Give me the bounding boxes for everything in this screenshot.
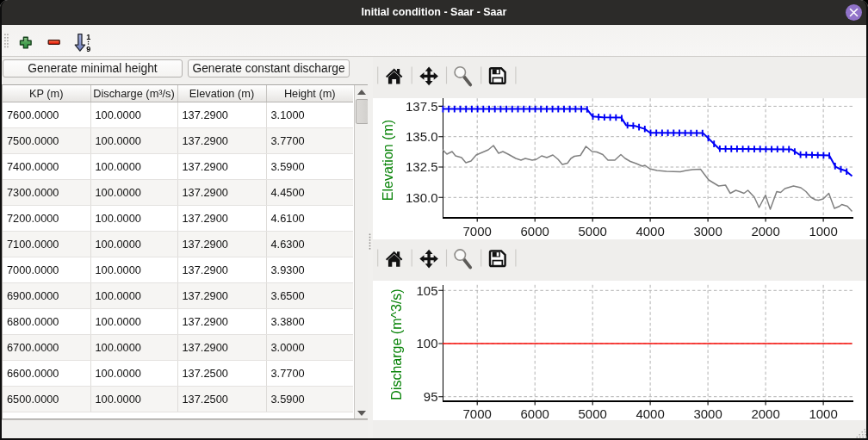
svg-text:5000: 5000 — [579, 406, 607, 421]
svg-text:3000: 3000 — [693, 406, 722, 421]
svg-text:1000: 1000 — [809, 406, 837, 421]
svg-text:130.0: 130.0 — [406, 190, 438, 205]
svg-text:137.5: 137.5 — [406, 99, 438, 114]
svg-text:7000: 7000 — [463, 224, 492, 239]
svg-text:2000: 2000 — [751, 406, 779, 421]
svg-text:4000: 4000 — [636, 406, 664, 421]
svg-text:132.5: 132.5 — [406, 159, 438, 174]
svg-text:Discharge (m^3/s): Discharge (m^3/s) — [389, 288, 404, 400]
svg-text:3000: 3000 — [693, 224, 722, 239]
svg-text:105: 105 — [416, 283, 437, 298]
svg-text:6000: 6000 — [521, 406, 549, 421]
svg-text:1: 1 — [86, 33, 90, 41]
svg-text:7000: 7000 — [463, 406, 492, 421]
svg-text:135.0: 135.0 — [406, 129, 438, 144]
svg-text:1000: 1000 — [809, 224, 837, 239]
svg-text:5000: 5000 — [579, 224, 607, 239]
svg-text:2000: 2000 — [751, 224, 779, 239]
svg-text:100: 100 — [416, 336, 437, 350]
svg-text:9: 9 — [86, 45, 90, 53]
svg-text:6000: 6000 — [521, 224, 549, 239]
svg-text:Elevation (m): Elevation (m) — [381, 120, 395, 201]
svg-text:4000: 4000 — [636, 224, 664, 239]
svg-text:95: 95 — [424, 389, 438, 404]
